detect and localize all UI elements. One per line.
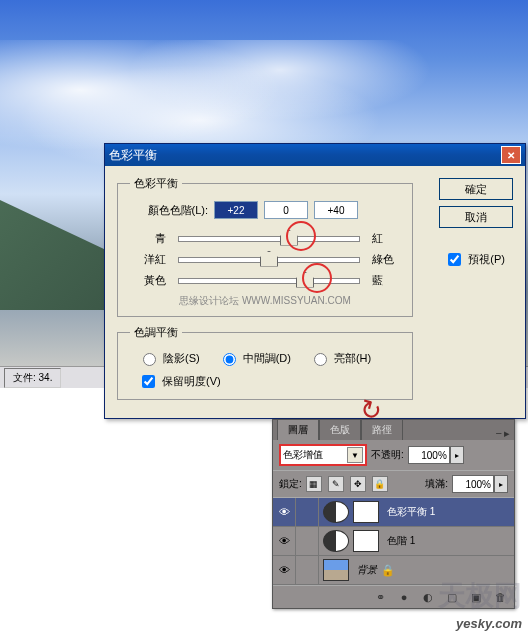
chevron-down-icon[interactable]: ▼	[347, 447, 363, 463]
preview-checkbox[interactable]: 預視(P)	[444, 250, 505, 269]
mask-thumb-icon	[353, 530, 379, 552]
radio-midtones[interactable]: 中間調(D)	[218, 350, 291, 366]
close-icon[interactable]: ✕	[501, 146, 521, 164]
link-icon[interactable]	[296, 556, 319, 584]
cyan-label: 青	[130, 231, 166, 246]
radio-highlights[interactable]: 亮部(H)	[309, 350, 371, 366]
dialog-title: 色彩平衡	[109, 147, 501, 164]
level-input-2[interactable]	[264, 201, 308, 219]
visibility-icon[interactable]: 👁	[273, 527, 296, 555]
ok-button[interactable]: 確定	[439, 178, 513, 200]
magenta-green-slider[interactable]	[178, 257, 360, 263]
adjustment-thumb-icon	[323, 530, 349, 552]
mask-icon[interactable]: ◐	[420, 590, 436, 604]
group-legend: 色彩平衡	[130, 176, 182, 191]
opacity-input[interactable]	[408, 446, 450, 464]
layer-name[interactable]: 背景	[353, 563, 377, 577]
layers-list: 👁 色彩平衡 1 👁 色階 1 👁 背景 🔒	[273, 498, 514, 585]
cancel-button[interactable]: 取消	[439, 206, 513, 228]
blue-label: 藍	[372, 273, 400, 288]
fill-input[interactable]	[452, 475, 494, 493]
lock-transparency-icon[interactable]: ▦	[306, 476, 322, 492]
cyan-red-slider[interactable]	[178, 236, 360, 242]
yellow-label: 黃色	[130, 273, 166, 288]
visibility-icon[interactable]: 👁	[273, 556, 296, 584]
menu-icon[interactable]: ▸	[504, 427, 510, 440]
fill-label: 填滿:	[425, 477, 448, 491]
tab-layers[interactable]: 圖層	[277, 419, 319, 440]
tab-paths[interactable]: 路徑	[361, 419, 403, 440]
layer-name[interactable]: 色彩平衡 1	[383, 505, 435, 519]
watermark-text: 思缘设计论坛 WWW.MISSYUAN.COM	[130, 294, 400, 308]
link-icon[interactable]	[296, 498, 319, 526]
yellow-blue-slider[interactable]	[178, 278, 360, 284]
color-balance-dialog: 色彩平衡 ✕ 確定 取消 預視(P) 色彩平衡 顏色色階(L): 青 紅	[104, 143, 526, 419]
opacity-label: 不透明:	[371, 448, 404, 462]
preserve-luminosity-checkbox[interactable]: 保留明度(V)	[138, 372, 400, 391]
magenta-label: 洋紅	[130, 252, 166, 267]
layer-thumb-icon	[323, 559, 349, 581]
levels-label: 顏色色階(L):	[130, 203, 208, 218]
yesky-watermark: yesky.com	[456, 616, 522, 631]
mask-thumb-icon	[353, 501, 379, 523]
preview-check-input[interactable]	[448, 253, 461, 266]
minimize-icon[interactable]: −	[496, 427, 502, 440]
panel-tabs: 圖層 色版 路徑 − ▸	[273, 420, 514, 440]
radio-shadows[interactable]: 陰影(S)	[138, 350, 200, 366]
lock-brush-icon[interactable]: ✎	[328, 476, 344, 492]
layer-name[interactable]: 色階 1	[383, 534, 415, 548]
link-icon[interactable]	[296, 527, 319, 555]
tone-legend: 色調平衡	[130, 325, 182, 340]
visibility-icon[interactable]: 👁	[273, 498, 296, 526]
lock-move-icon[interactable]: ✥	[350, 476, 366, 492]
color-balance-group: 色彩平衡 顏色色階(L): 青 紅 洋紅 綠色 黃色 藍	[117, 176, 413, 317]
red-label: 紅	[372, 231, 400, 246]
opacity-arrow-icon[interactable]: ▸	[450, 446, 464, 464]
green-label: 綠色	[372, 252, 400, 267]
level-input-3[interactable]	[314, 201, 358, 219]
level-input-1[interactable]	[214, 201, 258, 219]
status-file: 文件: 34.	[4, 368, 61, 388]
fill-arrow-icon[interactable]: ▸	[494, 475, 508, 493]
lock-icon: 🔒	[381, 564, 403, 577]
fx-icon[interactable]: ●	[396, 590, 412, 604]
link-layers-icon[interactable]: ⚭	[372, 590, 388, 604]
tone-balance-group: 色調平衡 陰影(S) 中間調(D) 亮部(H) 保留明度(V)	[117, 325, 413, 400]
layer-row[interactable]: 👁 色彩平衡 1	[273, 498, 514, 527]
layer-row[interactable]: 👁 色階 1	[273, 527, 514, 556]
blend-mode-select[interactable]: 色彩增值 ▼	[279, 444, 367, 466]
tab-channels[interactable]: 色版	[319, 419, 361, 440]
adjustment-thumb-icon	[323, 501, 349, 523]
tianji-watermark: 天极网	[438, 577, 522, 615]
dialog-titlebar[interactable]: 色彩平衡 ✕	[105, 144, 525, 166]
lock-label: 鎖定:	[279, 477, 302, 491]
lock-all-icon[interactable]: 🔒	[372, 476, 388, 492]
